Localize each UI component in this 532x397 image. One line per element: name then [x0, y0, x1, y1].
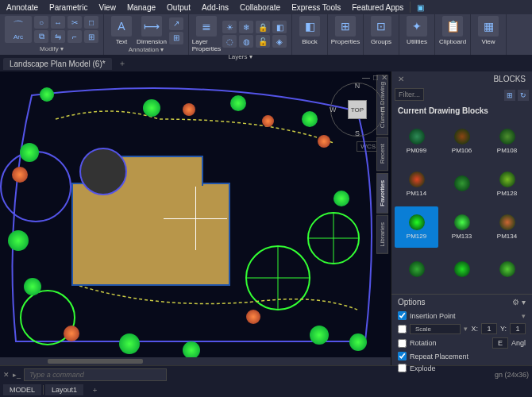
rotation-checkbox[interactable]	[398, 339, 407, 348]
utilities-panel[interactable]: ✦Utilities	[404, 16, 430, 45]
filter-input[interactable]: Filter...	[395, 88, 424, 101]
view-cube[interactable]: N S E W TOP	[330, 83, 384, 137]
repeat-checkbox[interactable]	[398, 352, 407, 360]
tab-collaborate[interactable]: Collaborate	[235, 2, 285, 13]
sync-icon[interactable]: ↻	[518, 90, 529, 101]
tab-annotate[interactable]: Annotate	[2, 2, 43, 13]
side-tab-favorites[interactable]: Favorites	[376, 173, 388, 214]
new-tab-button[interactable]: ＋	[115, 58, 129, 69]
close-icon[interactable]: ✕	[381, 73, 387, 82]
annotation-label[interactable]: Annotation ▾	[109, 45, 183, 54]
panel-close-icon[interactable]: ✕	[398, 75, 404, 83]
horizontal-scrollbar[interactable]	[0, 357, 391, 365]
scale-checkbox[interactable]	[398, 325, 407, 333]
gear-icon[interactable]: ⚙ ▾	[512, 298, 526, 306]
block-tile-4[interactable]	[440, 164, 484, 205]
layer-off[interactable]: ◌	[222, 35, 237, 48]
tab-output[interactable]: Output	[162, 2, 195, 13]
layer-on[interactable]: ☀	[222, 21, 237, 33]
layer-thaw[interactable]: ◍	[239, 35, 253, 48]
insertion-label: Insertion Point	[410, 312, 456, 320]
modify-label[interactable]: Modify ▾	[5, 44, 98, 53]
rotation-e[interactable]: E	[492, 337, 508, 349]
view-panel[interactable]: ▦View	[476, 16, 501, 45]
menu-tabs: Annotate Parametric View Manage Output A…	[0, 0, 532, 14]
block-tile-PM129[interactable]: PM129	[395, 206, 438, 248]
tab-addins[interactable]: Add-ins	[197, 2, 233, 13]
block-tile-PM108[interactable]: PM108	[485, 121, 529, 162]
copy-tool[interactable]: ⧉	[34, 30, 48, 43]
app-icon[interactable]: ▣	[412, 2, 429, 13]
properties-panel[interactable]: ⊞Properties	[333, 16, 358, 45]
dimension-tool[interactable]: ⟼Dimension	[139, 16, 164, 45]
leader-tool[interactable]: ↗	[169, 17, 183, 30]
scale-y[interactable]: 1	[510, 323, 526, 334]
command-input[interactable]: Type a command	[24, 368, 167, 381]
filter-mode-icon[interactable]: ⊞	[504, 90, 515, 101]
cmd-close-icon[interactable]: ✕	[3, 371, 10, 379]
arc-tool[interactable]: ⌒Arc	[5, 16, 32, 43]
side-tab-recent[interactable]: Recent	[376, 137, 388, 171]
block-tile-PM128[interactable]: PM128	[485, 164, 529, 205]
viewcube-top[interactable]: TOP	[348, 100, 367, 119]
clipboard-panel[interactable]: 📋Clipboard	[440, 16, 465, 45]
tab-express[interactable]: Express Tools	[287, 2, 345, 13]
scale-dropdown[interactable]: Scale	[410, 324, 461, 334]
array-tool[interactable]: ⊞	[84, 30, 98, 43]
tab-view[interactable]: View	[94, 2, 121, 13]
options-title: Options	[398, 298, 425, 306]
section-title: Current Drawing Blocks	[391, 104, 532, 118]
block-tile-10[interactable]	[440, 249, 484, 291]
layer-lock[interactable]: 🔒	[256, 21, 270, 33]
insertion-checkbox[interactable]	[398, 311, 407, 320]
scale-x[interactable]: 1	[481, 323, 497, 334]
layer-match[interactable]: ◈	[272, 35, 287, 48]
explode-checkbox[interactable]	[398, 364, 407, 372]
ribbon: ⌒Arc ○↔✂□ ⧉⇋⌐⊞ Modify ▾ AText ⟼Dimension…	[0, 14, 532, 56]
rect-tool[interactable]: □	[84, 16, 98, 29]
block-tile-PM114[interactable]: PM114	[395, 164, 438, 205]
layer-properties-tool[interactable]: ≣Layer Properties	[194, 16, 219, 52]
blocks-panel: Current Drawing Recent Favorites Librari…	[391, 71, 532, 365]
block-tile-9[interactable]	[395, 249, 438, 291]
add-layout-button[interactable]: ＋	[85, 384, 105, 397]
layout-tabs: MODEL Layout1 ＋	[0, 383, 532, 397]
layout1-tab[interactable]: Layout1	[45, 384, 83, 395]
groups-panel[interactable]: ⊡Groups	[368, 16, 394, 45]
explode-label: Explode	[410, 364, 436, 372]
block-panel[interactable]: ◧Block	[297, 16, 322, 45]
text-tool[interactable]: AText	[109, 16, 134, 45]
layer-freeze[interactable]: ❄	[239, 21, 253, 33]
tab-parametric[interactable]: Parametric	[44, 2, 92, 13]
layer-color[interactable]: ◧	[272, 21, 287, 33]
cmd-prompt-icon: ▸_	[13, 371, 21, 379]
block-tile-PM099[interactable]: PM099	[395, 121, 438, 162]
tab-featured[interactable]: Featured Apps	[347, 2, 408, 13]
block-tile-PM133[interactable]: PM133	[440, 206, 484, 248]
svg-point-0	[246, 246, 310, 310]
move-tool[interactable]: ↔	[51, 16, 65, 29]
document-tab[interactable]: Landscape Plan Model (6)*	[3, 58, 112, 70]
layer-unlock[interactable]: 🔓	[256, 35, 270, 48]
minimize-icon[interactable]: —	[362, 73, 370, 82]
blocks-title: BLOCKS	[493, 75, 526, 83]
restore-icon[interactable]: □	[373, 73, 378, 82]
building-footprint	[71, 183, 230, 286]
svg-point-3	[308, 213, 359, 264]
block-tile-PM134[interactable]: PM134	[485, 206, 529, 248]
repeat-label: Repeat Placement	[410, 353, 468, 360]
model-tab[interactable]: MODEL	[3, 384, 41, 395]
trim-tool[interactable]: ✂	[67, 16, 82, 29]
mirror-tool[interactable]: ⇋	[51, 30, 65, 43]
circle-tool[interactable]: ○	[34, 16, 48, 29]
block-tile-11[interactable]	[485, 249, 529, 291]
table-tool[interactable]: ⊞	[169, 32, 183, 44]
tab-manage[interactable]: Manage	[122, 2, 160, 13]
rotation-label: Rotation	[410, 339, 437, 347]
block-tile-PM106[interactable]: PM106	[440, 121, 484, 162]
drawing-canvas[interactable]: — □ ✕ N S E W TOP WCS	[0, 71, 391, 365]
block-grid: PM099PM106PM108PM114PM128PM129PM133PM134	[391, 118, 532, 294]
side-tab-libraries[interactable]: Libraries	[376, 215, 388, 254]
layers-label[interactable]: Layers ▾	[194, 52, 287, 61]
fillet-tool[interactable]: ⌐	[67, 30, 82, 43]
